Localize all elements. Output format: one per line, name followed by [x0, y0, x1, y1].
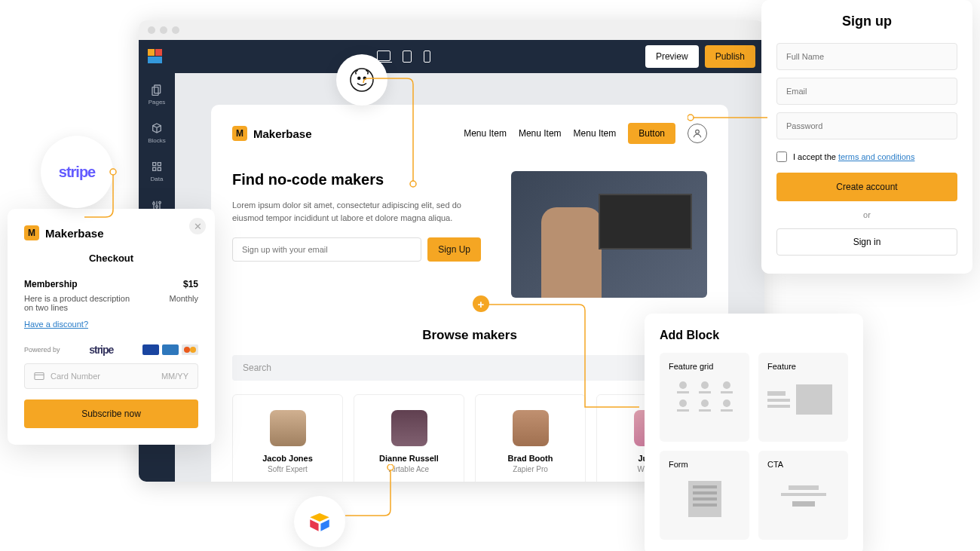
email-input[interactable] [776, 78, 957, 105]
signup-title: Sign up [776, 14, 957, 29]
svg-point-12 [351, 69, 373, 91]
sidebar-label: Pages [149, 99, 166, 106]
svg-point-8 [159, 201, 161, 204]
app-logo-icon [148, 49, 163, 64]
maker-role: Zapier Pro [483, 465, 577, 473]
svg-rect-5 [158, 167, 161, 170]
checkout-item-row: Membership$15 [24, 279, 198, 289]
site-header: M Makerbase Menu Item Menu Item Menu Ite… [232, 123, 707, 144]
site-brand: M Makerbase [232, 126, 312, 141]
mailchimp-icon [348, 66, 375, 93]
device-preview-switch[interactable] [377, 51, 430, 63]
hero-signup-button[interactable]: Sign Up [427, 237, 481, 262]
brand-name: Makerbase [45, 227, 104, 240]
terms-link[interactable]: terms and conditions [838, 152, 915, 161]
phone-icon[interactable] [424, 51, 430, 63]
block-tile-label: CTA [767, 460, 839, 469]
editor-actions: Preview Publish [645, 45, 755, 68]
maker-avatar [513, 410, 549, 446]
mastercard-icon [182, 344, 198, 355]
powered-row: Powered by stripe [24, 344, 198, 356]
nav-item[interactable]: Menu Item [574, 128, 617, 139]
sidebar-item-blocks[interactable]: Blocks [148, 122, 166, 144]
create-account-button[interactable]: Create account [776, 173, 957, 201]
block-tile-label: Feature [767, 362, 839, 371]
hero-image [511, 171, 707, 298]
tablet-icon[interactable] [403, 51, 412, 63]
signup-modal: Sign up I accept the terms and condition… [761, 0, 972, 274]
sidebar-item-pages[interactable]: Pages [149, 84, 166, 106]
user-avatar-icon[interactable] [688, 124, 707, 143]
makers-grid: Jacob JonesSoftr Expert Dianne RussellAi… [232, 394, 707, 482]
terms-text: I accept the [793, 152, 838, 161]
block-tile-cta[interactable]: CTA [758, 451, 848, 540]
hero-form: Sign Up [232, 237, 481, 262]
svg-rect-4 [153, 167, 156, 170]
svg-point-6 [153, 203, 155, 205]
preview-button[interactable]: Preview [645, 45, 699, 68]
window-traffic-lights [139, 20, 764, 40]
editor-topbar: Preview Publish [139, 40, 764, 73]
sidebar-item-data[interactable]: Data [151, 161, 164, 182]
svg-rect-2 [153, 163, 156, 166]
password-input[interactable] [776, 112, 957, 139]
checkout-period: Monthly [169, 294, 198, 312]
maker-name: Brad Booth [483, 454, 577, 463]
nav-item[interactable]: Menu Item [519, 128, 562, 139]
card-brands [142, 344, 198, 355]
checkout-item: Membership [24, 279, 78, 289]
browse-title: Browse makers [232, 328, 707, 343]
close-icon[interactable]: ✕ [189, 218, 206, 234]
checkout-desc-row: Here is a product description on two lin… [24, 294, 198, 312]
svg-point-7 [156, 206, 158, 208]
maker-card[interactable]: Brad BoothZapier Pro [475, 394, 586, 482]
maker-card[interactable]: Dianne RussellAirtable Ace [354, 394, 464, 482]
publish-button[interactable]: Publish [705, 45, 755, 68]
maker-avatar [270, 410, 306, 446]
nav-item[interactable]: Menu Item [464, 128, 507, 139]
svg-rect-3 [158, 163, 161, 166]
nav-button[interactable]: Button [628, 123, 675, 144]
hero-description: Lorem ipsum dolor sit amet, consectetur … [232, 199, 481, 224]
block-grid: Feature grid Feature Form CTA [660, 353, 848, 540]
data-icon [151, 161, 163, 173]
sidebar-label: Blocks [148, 137, 166, 144]
amex-icon [162, 344, 179, 355]
card-exp-placeholder: MM/YY [161, 372, 188, 381]
card-icon [34, 372, 44, 380]
checkout-modal: ✕ M Makerbase Checkout Membership$15 Her… [8, 209, 215, 445]
signin-button[interactable]: Sign in [776, 228, 957, 256]
terms-checkbox[interactable] [776, 152, 787, 162]
block-tile-label: Form [669, 460, 740, 469]
block-tile-feature-grid[interactable]: Feature grid [660, 353, 749, 442]
browse-search-input[interactable]: Search [232, 355, 707, 381]
subscribe-button[interactable]: Subscribe now [24, 399, 198, 428]
maker-role: Airtable Ace [362, 465, 456, 473]
hero-email-input[interactable] [232, 237, 421, 262]
or-divider: or [776, 210, 957, 219]
terms-row: I accept the terms and conditions [776, 152, 957, 162]
block-tile-feature[interactable]: Feature [758, 353, 848, 442]
desktop-icon[interactable] [377, 51, 390, 61]
fullname-input[interactable] [776, 43, 957, 70]
pages-icon [151, 84, 163, 96]
add-block-icon[interactable]: + [473, 295, 489, 312]
block-tile-form[interactable]: Form [660, 451, 749, 540]
maker-role: Softr Expert [240, 465, 335, 473]
svg-point-13 [357, 77, 361, 81]
mailchimp-integration-icon [336, 54, 387, 106]
maker-card[interactable]: Jacob JonesSoftr Expert [232, 394, 343, 482]
add-block-panel: Add Block Feature grid Feature Form CTA [645, 314, 863, 551]
maker-avatar [391, 410, 427, 446]
checkout-price: $15 [183, 279, 198, 289]
brand-name: Makerbase [253, 127, 312, 140]
card-number-input[interactable]: Card Number MM/YY [24, 363, 198, 389]
svg-point-14 [363, 77, 367, 81]
checkout-brand: M Makerbase [24, 225, 198, 240]
maker-name: Jacob Jones [240, 454, 335, 463]
checkout-title: Checkout [24, 253, 198, 264]
blocks-icon [151, 122, 163, 134]
discount-link[interactable]: Have a discount? [24, 320, 198, 329]
stripe-integration-icon: stripe [41, 136, 113, 208]
site-nav: Menu Item Menu Item Menu Item Button [464, 123, 707, 144]
